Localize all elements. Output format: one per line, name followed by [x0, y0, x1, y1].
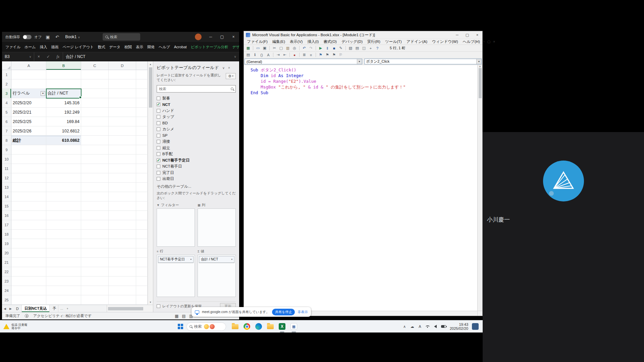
- find-icon[interactable]: ◎: [291, 46, 298, 51]
- cell-C15[interactable]: [81, 201, 109, 211]
- field-checkbox-溶接[interactable]: [157, 140, 160, 143]
- cell-B4[interactable]: 145.316: [46, 98, 81, 108]
- menu-編集(E)[interactable]: 編集(E): [270, 39, 287, 44]
- row-header-2[interactable]: 2: [2, 79, 11, 89]
- cell-C9[interactable]: [81, 145, 109, 155]
- cell-_23[interactable]: [136, 277, 148, 286]
- cell-A6[interactable]: 2025/2/25: [11, 117, 46, 126]
- cell-C25[interactable]: [81, 295, 109, 305]
- scrollbar-thumb[interactable]: [479, 68, 482, 98]
- field-item-NCT[interactable]: NCT: [157, 102, 236, 108]
- ribbon-tab-ピボットテーブル分析[interactable]: ピボットテーブル分析: [189, 42, 230, 52]
- cell-B7[interactable]: 102.6812: [46, 126, 81, 136]
- field-item-組立[interactable]: 組立: [157, 145, 236, 151]
- cell-C17[interactable]: [81, 220, 109, 230]
- cell-_16[interactable]: [136, 211, 148, 220]
- row-header-18[interactable]: 18: [2, 230, 11, 239]
- columns-area[interactable]: [198, 208, 236, 247]
- cell-C14[interactable]: [81, 192, 109, 201]
- column-header-A[interactable]: A: [11, 61, 46, 70]
- design-mode-icon[interactable]: ✎: [338, 46, 344, 51]
- ribbon-tab-描画[interactable]: 描画: [49, 42, 61, 52]
- cell-_21[interactable]: [136, 258, 148, 267]
- cell-_5[interactable]: [136, 108, 148, 117]
- cell-C18[interactable]: [81, 230, 109, 239]
- normal-view-icon[interactable]: ▦: [175, 314, 178, 318]
- more-tables-link[interactable]: その他のテーブル...: [157, 183, 236, 190]
- next-bookmark-icon[interactable]: ⚑: [324, 52, 330, 58]
- cell-A10[interactable]: [11, 155, 46, 164]
- meet-participant-tile[interactable]: 小川慶一: [483, 132, 644, 362]
- field-item-SP[interactable]: SP: [157, 132, 236, 139]
- redo-icon[interactable]: ↷: [308, 46, 314, 51]
- cell-D24[interactable]: [109, 286, 136, 295]
- cell-_19[interactable]: [136, 239, 148, 248]
- field-checkbox-BD[interactable]: [157, 121, 160, 125]
- field-checkbox-製番[interactable]: [157, 97, 160, 100]
- comment-block-icon[interactable]: ≣: [301, 52, 307, 58]
- menu-ウィンドウ(W)[interactable]: ウィンドウ(W): [430, 39, 460, 44]
- ribbon-tab-ファイル[interactable]: ファイル: [3, 42, 22, 52]
- row-header-24[interactable]: 24: [2, 286, 11, 295]
- minimize-button[interactable]: ─: [452, 31, 462, 39]
- notification-center-icon[interactable]: [472, 323, 479, 330]
- cut-icon[interactable]: ✂: [271, 46, 277, 51]
- field-item-BD[interactable]: BD: [157, 120, 236, 126]
- row-header-22[interactable]: 22: [2, 267, 11, 277]
- field-checkbox-ハンド[interactable]: [157, 109, 160, 113]
- row-header-3[interactable]: 3: [2, 89, 11, 98]
- cell-D23[interactable]: [109, 277, 136, 286]
- child-restore-button[interactable]: ▢: [487, 40, 490, 44]
- cell-_4[interactable]: [136, 98, 148, 108]
- vba-icon[interactable]: ▦: [289, 322, 299, 331]
- undo-icon[interactable]: ↶: [301, 46, 307, 51]
- cell-_25[interactable]: [136, 295, 148, 305]
- cell-A15[interactable]: [11, 201, 46, 211]
- edge-icon[interactable]: [254, 322, 263, 331]
- cell-D7[interactable]: [109, 126, 136, 136]
- cell-A17[interactable]: [11, 220, 46, 230]
- cell-D19[interactable]: [109, 239, 136, 248]
- row-header-21[interactable]: 21: [2, 258, 11, 267]
- cell-B25[interactable]: [46, 295, 81, 305]
- cell-C6[interactable]: [81, 117, 109, 126]
- child-close-button[interactable]: ×: [493, 40, 495, 44]
- row-header-12[interactable]: 12: [2, 173, 11, 183]
- menu-書式(O)[interactable]: 書式(O): [321, 39, 339, 44]
- field-checkbox-NCT[interactable]: [157, 103, 160, 106]
- cell-_11[interactable]: [136, 164, 148, 173]
- sheet-nav-right[interactable]: ▶: [8, 307, 13, 310]
- ribbon-tab-ホーム[interactable]: ホーム: [22, 42, 38, 52]
- ribbon-tab-校閲[interactable]: 校閲: [122, 42, 134, 52]
- file-explorer-icon[interactable]: [231, 322, 240, 331]
- cell-B15[interactable]: [46, 201, 81, 211]
- enter-icon[interactable]: ✓: [47, 54, 50, 59]
- cell-B24[interactable]: [46, 286, 81, 295]
- cell-C3[interactable]: [81, 89, 109, 98]
- row-header-25[interactable]: 25: [2, 295, 11, 305]
- row-header-1[interactable]: 1: [2, 70, 11, 79]
- cell-C20[interactable]: [81, 248, 109, 258]
- ime-mode-icon[interactable]: A: [418, 324, 422, 328]
- cell-D18[interactable]: [109, 230, 136, 239]
- ribbon-tab-ページ レイアウト[interactable]: ページ レイアウト: [61, 42, 96, 52]
- field-checkbox-B手配[interactable]: [157, 152, 160, 156]
- cell-A25[interactable]: [11, 295, 46, 305]
- help-icon[interactable]: ?: [374, 46, 380, 51]
- reset-icon[interactable]: ■: [331, 46, 337, 51]
- cell-B22[interactable]: [46, 267, 81, 277]
- outdent-icon[interactable]: ⇤: [282, 52, 288, 58]
- field-checkbox-カシメ[interactable]: [157, 127, 160, 131]
- cell-B23[interactable]: [46, 277, 81, 286]
- cell-A23[interactable]: [11, 277, 46, 286]
- cell-D8[interactable]: [109, 136, 136, 145]
- column-header-D[interactable]: D: [109, 61, 136, 70]
- hidden-icons-chevron[interactable]: ∧: [402, 324, 407, 329]
- ribbon-tab-ヘルプ[interactable]: ヘルプ: [157, 42, 172, 52]
- save-icon[interactable]: ▣: [262, 46, 268, 51]
- restore-button[interactable]: ▢: [462, 31, 472, 39]
- cell-_20[interactable]: [136, 248, 148, 258]
- clear-bookmarks-icon[interactable]: ⚐: [338, 52, 344, 58]
- field-checkbox-タップ[interactable]: [157, 115, 160, 119]
- cell-_7[interactable]: [136, 126, 148, 136]
